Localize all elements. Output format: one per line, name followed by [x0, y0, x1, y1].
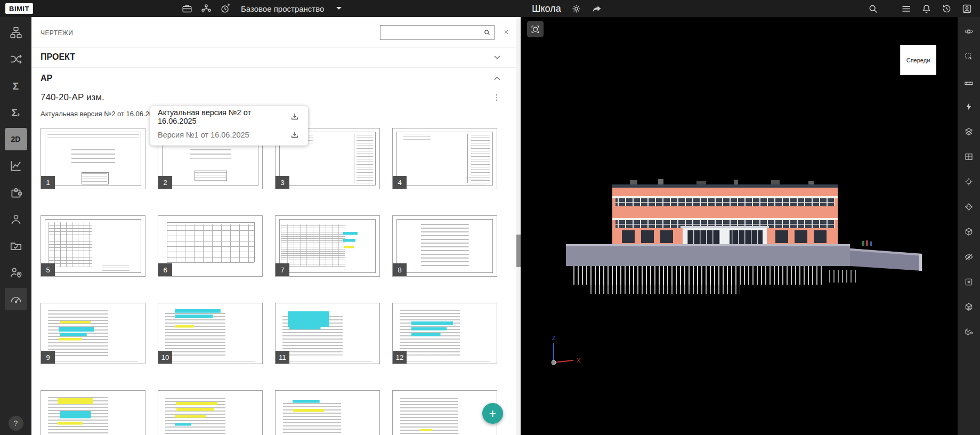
- drawings-search-button[interactable]: [480, 26, 494, 39]
- download-version-button[interactable]: [289, 111, 301, 123]
- settings-button[interactable]: [571, 3, 582, 14]
- history-button[interactable]: [941, 3, 952, 14]
- lightning-icon: [964, 101, 974, 112]
- export-model-tool-button[interactable]: [961, 324, 977, 340]
- screenshot-button[interactable]: [527, 21, 544, 37]
- drawing-thumbnail[interactable]: 7: [275, 215, 380, 277]
- drawing-preview: [275, 390, 380, 435]
- history-add-button[interactable]: [220, 3, 231, 14]
- download-icon: [290, 112, 299, 122]
- briefcase-icon: [181, 3, 193, 14]
- list-icon: [901, 3, 912, 14]
- drawings-2d-icon: 2D: [11, 135, 21, 143]
- sidebar-item-projects[interactable]: [5, 235, 27, 257]
- notifications-button[interactable]: [921, 3, 932, 14]
- section-ar[interactable]: АР: [31, 68, 516, 88]
- close-panel-button[interactable]: [500, 26, 512, 38]
- panel-scrollbar[interactable]: [516, 17, 521, 435]
- charts-icon: [9, 159, 23, 173]
- sidebar-item-users[interactable]: [5, 208, 27, 230]
- section-plane-tool-button[interactable]: [961, 199, 977, 215]
- hide-tool-button[interactable]: [961, 249, 977, 265]
- help-button[interactable]: ?: [9, 416, 23, 431]
- drawing-number-badge: 8: [393, 263, 407, 276]
- drawing-number-badge: 12: [393, 351, 407, 364]
- drawing-thumbnail[interactable]: 6: [158, 215, 263, 277]
- target-icon: [964, 176, 974, 188]
- select-tool-button[interactable]: [961, 49, 977, 65]
- download-version-button[interactable]: [289, 129, 301, 141]
- transparency-tool-button[interactable]: [961, 299, 977, 315]
- measure-tool-button[interactable]: [961, 74, 977, 90]
- sidebar-item-structure[interactable]: [5, 21, 27, 44]
- download-icon: [290, 130, 299, 140]
- drawing-thumbnail[interactable]: 9: [41, 303, 145, 364]
- viewport-3d[interactable]: Спереди: [521, 17, 958, 435]
- account-button[interactable]: [961, 3, 973, 14]
- version-menu-item-label: Версия №1 от 16.06.2025: [158, 131, 249, 139]
- drawing-thumbnail[interactable]: 1: [41, 128, 145, 189]
- drawing-thumbnail[interactable]: 4: [392, 128, 497, 189]
- sidebar-item-estimates[interactable]: Σ: [5, 75, 27, 97]
- drawing-preview: [41, 390, 145, 435]
- sidebar-item-links[interactable]: [5, 48, 27, 70]
- box-x-icon: [964, 276, 974, 288]
- orbit-tool-button[interactable]: [961, 23, 977, 39]
- building-model: Z X: [521, 17, 958, 435]
- chevron-down-icon: [336, 6, 342, 11]
- drawings-search-input[interactable]: [380, 26, 480, 39]
- drawing-thumbnail[interactable]: 11: [275, 303, 380, 364]
- sidebar-item-charts[interactable]: [5, 155, 27, 177]
- drawing-thumbnail[interactable]: 14: [158, 390, 263, 435]
- drawing-thumbnail[interactable]: 5: [41, 215, 145, 277]
- share-button[interactable]: [592, 3, 603, 14]
- thumbnail-grid: 1 2 3 4 5 6 7: [41, 128, 497, 435]
- section-project[interactable]: ПРОЕКТ: [31, 47, 516, 68]
- chevron-down-icon: [492, 52, 503, 62]
- drawing-preview: [392, 303, 497, 364]
- deselect-tool-button[interactable]: [961, 274, 977, 290]
- focus-tool-button[interactable]: [961, 174, 977, 190]
- version-menu-item[interactable]: Версия №1 от 16.06.2025: [150, 126, 308, 144]
- workspace-select[interactable]: Базовое пространство: [238, 0, 345, 17]
- drawing-thumbnail[interactable]: 16: [392, 390, 497, 435]
- panel-scrollbar-thumb[interactable]: [516, 235, 521, 267]
- chevron-up-icon: [492, 73, 503, 84]
- drawing-preview: [275, 303, 380, 364]
- sidebar-item-geo-users[interactable]: [5, 261, 27, 284]
- search-button[interactable]: [868, 3, 879, 14]
- project-folder-icon: [9, 239, 23, 253]
- view-cube-front[interactable]: Спереди: [900, 45, 936, 75]
- help-label: ?: [14, 419, 18, 428]
- drawing-number-badge: 4: [393, 176, 407, 189]
- left-sidebar: Σ Σ+ 2D: [0, 17, 31, 435]
- orbit-icon: [964, 26, 974, 37]
- drawing-thumbnail[interactable]: 12: [392, 303, 497, 364]
- isolate-tool-button[interactable]: [961, 224, 977, 240]
- sidebar-item-estimates-alt[interactable]: Σ+: [5, 101, 27, 124]
- version-menu-item[interactable]: Актуальная версия №2 от 16.06.2025: [150, 108, 308, 126]
- sidebar-item-plugins[interactable]: [5, 181, 27, 204]
- list-button[interactable]: [901, 3, 912, 14]
- model-structure-icon: [9, 26, 23, 39]
- grid-view-tool-button[interactable]: [961, 149, 977, 165]
- drawing-thumbnail[interactable]: 10: [158, 303, 263, 364]
- sidebar-item-dashboard[interactable]: [5, 288, 27, 310]
- dashboard-icon: [9, 292, 23, 306]
- layers-tool-button[interactable]: [961, 124, 977, 140]
- sidebar-item-drawings-2d[interactable]: 2D: [5, 128, 27, 150]
- drawing-thumbnail[interactable]: 13: [41, 390, 145, 435]
- project-title: Школа: [532, 3, 561, 14]
- app-logo[interactable]: BIMIT: [5, 3, 33, 14]
- folder-menu-button[interactable]: [491, 92, 503, 103]
- drawing-thumbnail[interactable]: 15: [275, 390, 380, 435]
- clash-tool-button[interactable]: [961, 99, 977, 115]
- search-icon: [868, 3, 879, 14]
- add-drawing-button[interactable]: +: [482, 403, 503, 424]
- projects-button[interactable]: [181, 3, 193, 14]
- drawing-preview: [392, 215, 497, 277]
- topbar-right-tools: [868, 0, 973, 17]
- team-button[interactable]: [200, 3, 212, 14]
- drawing-number-badge: 2: [158, 176, 172, 189]
- drawing-thumbnail[interactable]: 8: [392, 215, 497, 277]
